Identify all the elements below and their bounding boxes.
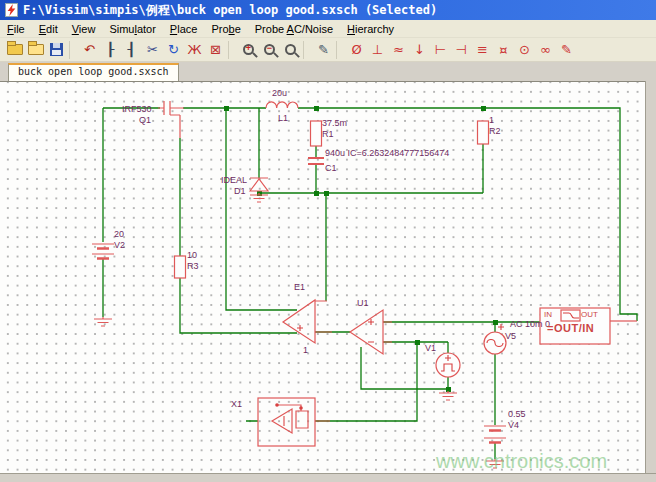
place-pnp-button[interactable]: ⊣	[451, 40, 472, 60]
undo-button[interactable]: ↶	[79, 40, 100, 60]
component-q1-mosfet[interactable]	[158, 101, 184, 138]
label-ref-r3[interactable]: R3	[187, 261, 199, 271]
place-clock-button[interactable]: ⊙	[514, 40, 535, 60]
component-e1-vcvs[interactable]	[283, 300, 332, 343]
zoom-out-icon: −	[264, 44, 275, 55]
label-ref-x1[interactable]: X1	[231, 399, 242, 409]
place-coupled-button[interactable]: ∞	[535, 40, 556, 60]
annotate-pencil-button[interactable]: ✎	[313, 40, 334, 60]
component-l1-inductor[interactable]	[266, 102, 298, 108]
component-r1-resistor[interactable]	[311, 121, 322, 146]
cut-button[interactable]: ✂	[142, 40, 163, 60]
menu-place[interactable]: Place	[163, 22, 205, 36]
zoom-area-icon	[285, 44, 296, 55]
wire-net[interactable]	[103, 108, 637, 459]
schematic-canvas[interactable]: www.cntronics.com IRF530Q120uL137.5mR194…	[0, 81, 645, 474]
label-ref-l1[interactable]: L1	[278, 113, 288, 123]
label-ref-q1[interactable]: Q1	[139, 115, 151, 125]
label-part-q1[interactable]: IRF530	[122, 104, 152, 114]
place-probe-icon: Ø	[351, 41, 361, 59]
place-transformer-button[interactable]: ≡	[472, 40, 493, 60]
menu-edit[interactable]: Edit	[32, 22, 65, 36]
label-val-v5[interactable]: AC 10m 0	[510, 319, 550, 329]
label-bode-in[interactable]: IN	[544, 310, 552, 319]
menu-probe[interactable]: Probe	[204, 22, 247, 36]
place-npn-button[interactable]: ⊢	[430, 40, 451, 60]
label-bode-expr[interactable]: =OUT/IN	[547, 322, 594, 334]
save-file-icon	[50, 43, 63, 56]
menu-hierarchy[interactable]: Hierarchy	[340, 22, 401, 36]
wire-mode-button[interactable]: ┠	[100, 40, 121, 60]
label-ref-r2[interactable]: R2	[489, 126, 501, 136]
place-inductor-button[interactable]: ≈	[388, 40, 409, 60]
menu-bar: FileEditViewSimulatorPlaceProbeProbe AC/…	[0, 20, 656, 38]
place-part-a-button[interactable]: Ж	[184, 40, 205, 60]
label-val-l1[interactable]: 20u	[272, 88, 287, 98]
place-coupled-icon: ∞	[540, 41, 551, 59]
zoom-out-button[interactable]: −	[259, 40, 280, 60]
menu-simulator[interactable]: Simulator	[102, 22, 162, 36]
component-v2-battery[interactable]	[92, 244, 114, 259]
place-part-b-button[interactable]: ⊠	[205, 40, 226, 60]
title-bar: F:\Vissim\simpis\例程\buck open loop good.…	[0, 0, 656, 20]
zoom-in-icon: +	[243, 44, 254, 55]
label-ref-v4[interactable]: V4	[508, 420, 519, 430]
toolbar-separator	[336, 41, 344, 59]
bus-mode-button[interactable]: ┨	[121, 40, 142, 60]
save-file-button[interactable]	[46, 40, 67, 60]
label-val-v4[interactable]: 0.55	[508, 409, 526, 419]
component-u1-comparator[interactable]	[350, 310, 392, 354]
component-r3-resistor[interactable]	[175, 256, 186, 278]
label-ref-d1[interactable]: D1	[234, 186, 246, 196]
menu-file[interactable]: File	[0, 22, 32, 36]
place-inductor-icon: ≈	[393, 41, 404, 59]
wire-mode-icon: ┠	[107, 41, 115, 59]
new-file-button[interactable]	[25, 40, 46, 60]
menu-probe-ac-noise[interactable]: Probe AC/Noise	[248, 22, 340, 36]
menu-view[interactable]: View	[65, 22, 103, 36]
label-ref-v2[interactable]: V2	[114, 240, 125, 250]
bottom-bar	[0, 473, 656, 482]
cut-icon: ✂	[147, 41, 158, 59]
place-diode-button[interactable]: ↓	[409, 40, 430, 60]
label-val-r1[interactable]: 37.5m	[322, 118, 347, 128]
toolbar-separator	[228, 41, 236, 59]
label-val-c1[interactable]: 940u IC=6.2632484777156474	[325, 148, 449, 158]
component-r2-resistor[interactable]	[478, 121, 489, 144]
new-file-icon	[28, 44, 44, 55]
label-val-v2[interactable]: 20	[114, 229, 124, 239]
label-ref-e1[interactable]: E1	[294, 282, 305, 292]
label-ref-v1[interactable]: V1	[425, 343, 436, 353]
label-val-d1[interactable]: IDEAL	[221, 175, 247, 185]
component-v4-battery[interactable]	[484, 426, 506, 443]
label-ref-v5[interactable]: V5	[505, 331, 516, 341]
window-title: F:\Vissim\simpis\例程\buck open loop good.…	[23, 2, 437, 19]
label-ref-r1[interactable]: R1	[322, 129, 334, 139]
probe-pen-button[interactable]: ✎	[556, 40, 577, 60]
place-transformer-icon: ≡	[477, 41, 488, 59]
toolbar-separator	[69, 41, 77, 59]
open-file-button[interactable]	[4, 40, 25, 60]
label-ref-u1[interactable]: U1	[357, 298, 369, 308]
place-probe-button[interactable]: Ø	[346, 40, 367, 60]
label-bode-out[interactable]: OUT	[581, 310, 598, 319]
rotate-button[interactable]: ↻	[163, 40, 184, 60]
place-capacitor-icon: ⊥	[372, 41, 383, 59]
app-icon	[5, 3, 18, 17]
schematic-drawing	[0, 82, 645, 474]
place-ic-icon: ¤	[499, 41, 507, 59]
component-x1-subcircuit[interactable]	[258, 398, 330, 446]
label-ref-c1[interactable]: C1	[325, 163, 337, 173]
tab-schematic[interactable]: buck open loop good.sxsch	[8, 63, 179, 82]
label-gain-e1[interactable]: 1	[303, 345, 308, 355]
label-val-r2[interactable]: 1	[489, 115, 494, 125]
place-capacitor-button[interactable]: ⊥	[367, 40, 388, 60]
zoom-area-button[interactable]	[280, 40, 301, 60]
tab-bar: buck open loop good.sxsch	[0, 62, 656, 81]
component-c1-capacitor[interactable]	[308, 158, 324, 164]
component-v1-pulse-source[interactable]	[436, 353, 460, 377]
component-d1-diode[interactable]	[250, 178, 268, 191]
label-val-r3[interactable]: 10	[187, 250, 197, 260]
place-ic-button[interactable]: ¤	[493, 40, 514, 60]
zoom-in-button[interactable]: +	[238, 40, 259, 60]
